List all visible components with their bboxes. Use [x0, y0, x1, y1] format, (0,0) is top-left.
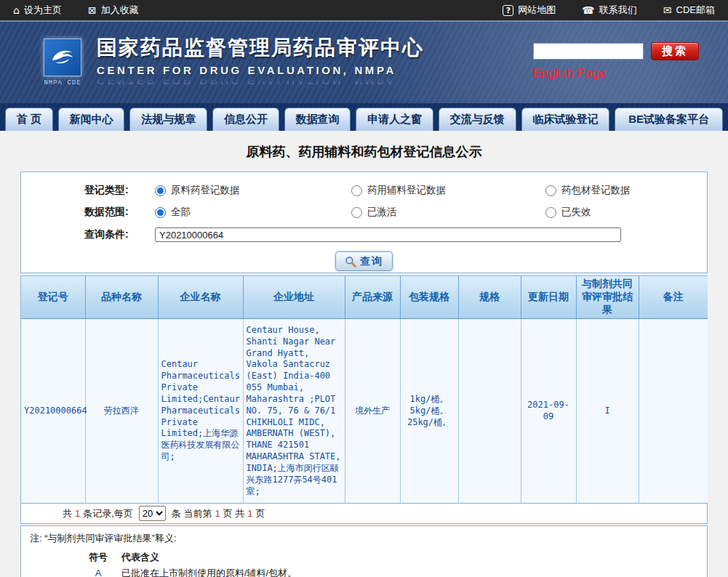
per-page-select[interactable]: 20 [139, 506, 166, 521]
add-favorite-label: 加入收藏 [101, 4, 139, 17]
nav-tab-data-query[interactable]: 数据查询 [284, 108, 351, 131]
contact-label: 联系我们 [599, 4, 637, 17]
magnifier-icon [345, 256, 356, 267]
scope-label: 数据范围: [84, 206, 155, 219]
nav-tab-clinical-trial[interactable]: 临床试验登记 [521, 108, 610, 131]
scope-option-expired[interactable]: 已失效 [545, 206, 707, 219]
table-row[interactable]: Y20210000664 劳拉西泮 Centaur Pharmaceutical… [21, 319, 708, 504]
scope-radio-expired[interactable] [545, 207, 556, 218]
scope-radio-all[interactable] [155, 207, 166, 218]
site-header: NMPA CDE 国家药品监督管理局药品审评中心 CENTER FOR DRUG… [0, 22, 728, 103]
reg-type-label: 登记类型: [84, 184, 155, 197]
nav-tab-applicant-window[interactable]: 申请人之窗 [356, 108, 433, 131]
query-form: 登记类型: 原料药登记数据 药用辅料登记数据 药包材登记数据 数据范围: [20, 172, 708, 273]
cell-variety-name: 劳拉西泮 [85, 319, 158, 504]
pagination-total-count: 1 [75, 508, 80, 519]
cell-product-source: 境外生产 [345, 319, 400, 504]
col-reg-no: 登记号 [21, 276, 85, 319]
phone-icon: ☎ [582, 4, 594, 16]
top-utility-bar: ⌂ 设为主页 ⊠ 加入收藏 ? 网站地图 ☎ 联系我们 ✉ CDE邮箱 [0, 0, 728, 22]
cell-remark [639, 319, 708, 504]
page-title: 原料药、药用辅料和药包材登记信息公示 [20, 131, 708, 172]
home-icon: ⌂ [13, 4, 20, 16]
scope-row: 数据范围: 全部 已激活 已失效 [21, 201, 707, 223]
query-condition-input[interactable] [155, 227, 621, 242]
nav-tab-news[interactable]: 新闻中心 [58, 108, 125, 131]
nav-tab-info-disclosure[interactable]: 信息公开 [212, 108, 279, 131]
legend-symbol-a: A [82, 565, 114, 577]
pagination-page-text: 页 共 [223, 507, 245, 520]
legend-notes-box: 注: “与制剂共同审评审批结果”释义: 符号 代表含义 A 已批准在上市制剂使用… [20, 525, 708, 577]
pagination-total-pages: 1 [247, 508, 252, 519]
cell-spec [458, 319, 521, 504]
cell-company-address: Centaur House, Shanti Nagar Near Grand H… [243, 319, 345, 504]
cde-mail-label: CDE邮箱 [676, 4, 715, 17]
legend-table: 符号 代表含义 A 已批准在上市制剂使用的原料/辅料/包材。 I 尚未通过与制剂… [30, 549, 698, 577]
query-submit-label: 查询 [360, 255, 383, 268]
query-button-row: 查询 [21, 251, 707, 271]
col-joint-review-result: 与制剂共同审评审批结果 [576, 276, 639, 319]
reg-type-radio-excipient[interactable] [351, 185, 362, 196]
site-title-en-reflection: CENTER FOR DRUG EVALUATION, NMPA [97, 75, 424, 87]
site-search-button[interactable]: 搜索 [651, 42, 699, 60]
nav-tab-be-platform[interactable]: BE试验备案平台 [615, 108, 723, 131]
header-search-area: 搜索 English Page [533, 42, 715, 81]
cell-update-date: 2021-09-09 [521, 319, 576, 504]
scope-radio-activated[interactable] [351, 207, 362, 218]
add-favorite-link[interactable]: ⊠ 加入收藏 [88, 4, 139, 17]
scope-option-all[interactable]: 全部 [155, 206, 351, 219]
mail-icon: ✉ [663, 4, 672, 16]
col-remark: 备注 [639, 276, 708, 319]
cde-mail-link[interactable]: ✉ CDE邮箱 [663, 4, 715, 17]
reg-type-radio-packaging[interactable] [545, 185, 556, 196]
sitemap-label: 网站地图 [518, 4, 556, 17]
scope-option-activated[interactable]: 已激活 [351, 206, 545, 219]
reg-type-option-api[interactable]: 原料药登记数据 [155, 184, 351, 197]
nav-tab-home[interactable]: 首 页 [5, 108, 53, 131]
main-nav: 首 页 新闻中心 法规与规章 信息公开 数据查询 申请人之窗 交流与反馈 临床试… [0, 103, 728, 131]
reg-type-option-packaging[interactable]: 药包材登记数据 [545, 184, 707, 197]
nmpa-cde-logo[interactable]: NMPA CDE [40, 39, 85, 86]
contact-link[interactable]: ☎ 联系我们 [582, 4, 636, 17]
logo-caption: NMPA CDE [40, 79, 85, 86]
sitemap-link[interactable]: ? 网站地图 [503, 4, 556, 17]
site-search-input[interactable] [533, 43, 644, 60]
col-product-source: 产品来源 [345, 276, 400, 319]
cell-company-name: Centaur Pharmaceuticals Private Limited;… [158, 319, 243, 504]
pagination-unit-text: 条 当前第 [172, 507, 212, 520]
results-table-box: 登记号 品种名称 企业名称 企业地址 产品来源 包装规格 规格 更新日期 与制剂… [20, 275, 708, 524]
col-variety-name: 品种名称 [85, 276, 158, 319]
reg-type-option-excipient-label: 药用辅料登记数据 [367, 184, 446, 197]
nav-tab-feedback[interactable]: 交流与反馈 [439, 108, 516, 131]
legend-header-meaning: 代表含义 [121, 549, 698, 565]
scope-option-all-label: 全部 [171, 206, 191, 219]
col-package-spec: 包装规格 [400, 276, 458, 319]
set-homepage-link[interactable]: ⌂ 设为主页 [13, 4, 62, 17]
scope-option-expired-label: 已失效 [561, 206, 591, 219]
table-header-row: 登记号 品种名称 企业名称 企业地址 产品来源 包装规格 规格 更新日期 与制剂… [21, 276, 708, 319]
question-icon: ? [503, 5, 513, 16]
col-spec: 规格 [458, 276, 521, 319]
query-condition-label: 查询条件: [84, 228, 155, 241]
main-content: 原料药、药用辅料和药包材登记信息公示 登记类型: 原料药登记数据 药用辅料登记数… [0, 131, 728, 577]
site-titles: 国家药品监督管理局药品审评中心 CENTER FOR DRUG EVALUATI… [97, 34, 424, 87]
logo-bird-icon [44, 39, 81, 76]
english-page-link[interactable]: English Page [533, 66, 606, 81]
topbar-left: ⌂ 设为主页 ⊠ 加入收藏 [13, 4, 139, 17]
pagination-total-prefix: 共 [63, 507, 72, 520]
cell-package-spec: 1kg/桶。5kg/桶。25kg/桶。 [400, 319, 458, 504]
cell-reg-no: Y20210000664 [21, 319, 85, 504]
site-title-cn: 国家药品监督管理局药品审评中心 [97, 34, 424, 62]
col-company-name: 企业名称 [158, 276, 243, 319]
pagination-pages-suffix: 页 [256, 507, 265, 520]
reg-type-option-excipient[interactable]: 药用辅料登记数据 [351, 184, 545, 197]
reg-type-radio-api[interactable] [155, 185, 166, 196]
favorite-icon: ⊠ [88, 4, 97, 16]
pagination-bar: 共 1 条记录,每页 20 条 当前第 1 页 共 1 页 [21, 504, 707, 523]
query-submit-button[interactable]: 查询 [335, 251, 393, 271]
page: ⌂ 设为主页 ⊠ 加入收藏 ? 网站地图 ☎ 联系我们 ✉ CDE邮箱 [0, 0, 728, 577]
nav-tab-regulations[interactable]: 法规与规章 [129, 108, 207, 131]
topbar-right: ? 网站地图 ☎ 联系我们 ✉ CDE邮箱 [503, 4, 715, 17]
set-homepage-label: 设为主页 [24, 4, 62, 17]
legend-title: 注: “与制剂共同审评审批结果”释义: [30, 532, 698, 545]
